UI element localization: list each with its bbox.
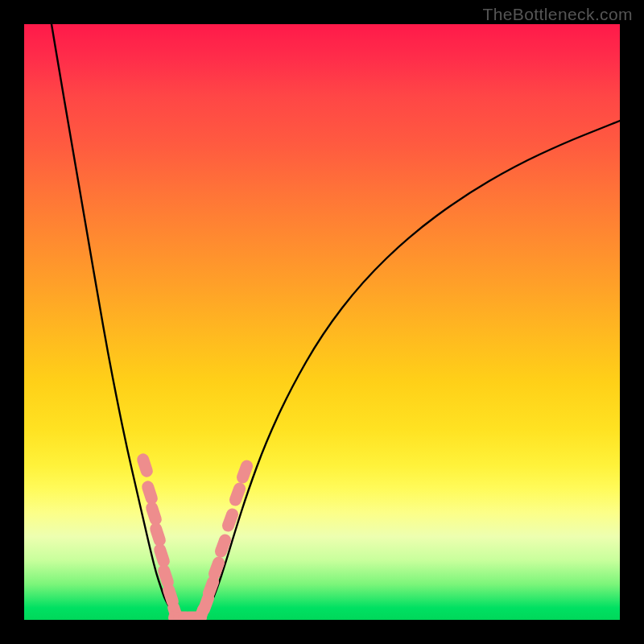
salmon-capsule [221, 506, 240, 533]
outer-frame: TheBottleneck.com [0, 0, 644, 644]
plot-area [24, 24, 620, 620]
salmon-dots-right [192, 458, 254, 620]
chart-svg [24, 24, 620, 620]
salmon-dots-left [135, 452, 185, 620]
watermark-text: TheBottleneck.com [482, 5, 633, 24]
salmon-capsule [140, 479, 159, 506]
salmon-capsule [135, 452, 155, 478]
curve-group [52, 24, 620, 619]
curve-right-branch [206, 121, 620, 612]
salmon-capsule [148, 521, 167, 547]
salmon-capsule [144, 500, 163, 526]
salmon-dots-bottom [168, 612, 207, 621]
salmon-capsule [183, 612, 207, 621]
salmon-capsule [152, 542, 171, 568]
